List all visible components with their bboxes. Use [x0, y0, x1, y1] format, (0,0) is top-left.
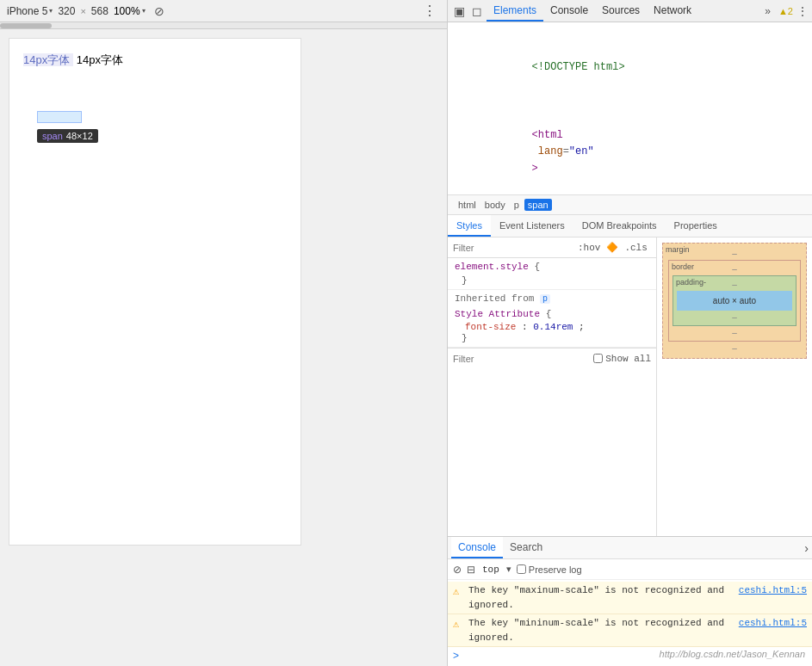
message-text-1: The key "maxinum-scale" is not recognize… — [468, 583, 732, 612]
hov-button[interactable]: :hov — [575, 243, 603, 253]
dimension-height: 568 — [91, 5, 108, 17]
scroll-top-bar — [0, 22, 447, 29]
top-dropdown-icon[interactable]: ▾ — [506, 564, 511, 575]
border-box: border – padding- – auto × auto – — [668, 260, 801, 342]
filter-actions: :hov 🔶 .cls + — [575, 241, 657, 255]
filter-bar: :hov 🔶 .cls + — [448, 237, 656, 258]
console-message-2: ⚠ The key "mininum-scale" is not recogni… — [448, 614, 812, 647]
inspect-icon[interactable]: ▣ — [451, 4, 468, 18]
preserve-log-checkbox[interactable] — [517, 564, 526, 574]
padding-box: padding- – auto × auto – — [673, 275, 797, 326]
preview-text-blue: 14px字体 — [23, 53, 73, 66]
tooltip-size: 48×12 — [66, 131, 93, 141]
breadcrumb-html[interactable]: html — [455, 199, 480, 211]
filter-bar-bottom: Show all — [448, 348, 656, 368]
palette-icon[interactable]: 🔶 — [606, 242, 618, 253]
zoom-selector[interactable]: 100% ▾ — [114, 5, 146, 17]
preview-area: 14px字体 14px字体 span 48×12 — [0, 29, 447, 666]
inherited-from-tag[interactable]: p — [540, 294, 550, 304]
content-size: auto × auto — [713, 296, 756, 305]
show-all-checkbox[interactable] — [593, 354, 603, 363]
tab-dom-breakpoints[interactable]: DOM Breakpoints — [573, 215, 666, 237]
dimension-x: × — [80, 6, 85, 16]
zoom-value: 100% — [114, 5, 140, 17]
breadcrumb-body[interactable]: body — [481, 199, 509, 211]
console-message-1: ⚠ The key "maxinum-scale" is not recogni… — [448, 582, 812, 614]
element-tooltip: span 48×12 — [37, 129, 98, 143]
style-attr-selector[interactable]: Style Attribute { — [455, 309, 649, 319]
message-link-2[interactable]: ceshi.html:5 — [739, 616, 807, 631]
device-toggle-icon[interactable]: ◻ — [469, 4, 485, 18]
cls-button[interactable]: .cls — [622, 243, 649, 253]
console-area: Console Search › ⊘ ⊟ top ▾ Preserve log … — [448, 536, 812, 666]
tab-search[interactable]: Search — [503, 537, 549, 558]
filter-input[interactable] — [453, 243, 572, 253]
top-toolbar: iPhone 5 ▾ 320 × 568 100% ▾ ⊘ ⋮ ▣ ◻ Elem… — [0, 0, 812, 22]
margin-bottom: – — [668, 343, 801, 353]
message-text-2: The key "mininum-scale" is not recognize… — [468, 616, 732, 644]
style-rule-font-size[interactable]: font-size : 0.14rem ; — [455, 321, 649, 333]
console-tab-bar: Console Search › — [448, 537, 812, 559]
top-label: top — [480, 564, 501, 575]
rotate-button[interactable]: ⊘ — [154, 4, 164, 18]
padding-bottom: – — [677, 312, 792, 322]
devtools-more-tabs[interactable]: » — [762, 5, 773, 17]
device-name: iPhone 5 — [7, 5, 47, 17]
tab-sources[interactable]: Sources — [595, 0, 647, 22]
stop-icon[interactable]: ⊘ — [453, 564, 462, 576]
element-style-selector[interactable]: element.style { — [455, 262, 649, 272]
triangle-icon — [532, 114, 541, 126]
tab-console[interactable]: Console — [543, 0, 595, 22]
border-bottom: – — [673, 328, 797, 337]
element-style-block: element.style { } — [448, 258, 656, 290]
html-line-html[interactable]: <html lang="en" > — [448, 94, 812, 194]
main-content: 14px字体 14px字体 span 48×12 — [0, 22, 812, 666]
console-messages: ⚠ The key "maxinum-scale" is not recogni… — [448, 580, 812, 666]
breadcrumb-p[interactable]: p — [511, 199, 523, 211]
padding-label: padding- — [676, 278, 706, 287]
tab-network[interactable]: Network — [647, 0, 698, 22]
devtools-options-icon[interactable]: ⋮ — [797, 4, 809, 18]
element-style-close: } — [455, 275, 649, 286]
content-box: auto × auto — [677, 291, 792, 311]
tab-properties[interactable]: Properties — [666, 215, 726, 237]
preview-text-normal: 14px字体 — [77, 53, 123, 66]
style-attr-close: } — [455, 333, 649, 343]
styles-content: :hov 🔶 .cls + element.style { } Inherite… — [448, 237, 812, 536]
element-highlight — [37, 111, 82, 123]
console-input[interactable] — [462, 651, 807, 661]
elements-panel: <!DOCTYPE html> <html lang="en" > <head>… — [448, 22, 812, 194]
warning-badge[interactable]: ▲2 — [778, 6, 793, 16]
dimension-width: 320 — [58, 5, 75, 17]
device-more-button[interactable]: ⋮ — [419, 3, 440, 19]
filter-bottom-input[interactable] — [453, 354, 590, 364]
filter-icon[interactable]: ⊟ — [467, 564, 475, 576]
console-toolbar: ⊘ ⊟ top ▾ Preserve log — [448, 559, 812, 580]
breadcrumb-span[interactable]: span — [524, 199, 552, 211]
devtools-panel: <!DOCTYPE html> <html lang="en" > <head>… — [448, 22, 812, 666]
console-more-button[interactable]: › — [804, 541, 809, 555]
warn-icon-1: ⚠ — [453, 584, 459, 600]
device-selector[interactable]: iPhone 5 ▾ — [7, 5, 53, 17]
tab-event-listeners[interactable]: Event Listeners — [491, 215, 573, 237]
phone-screen: 14px字体 14px字体 span 48×12 — [9, 38, 301, 546]
tab-console-bottom[interactable]: Console — [451, 537, 503, 558]
margin-box: margin – border – padding- – — [662, 243, 807, 359]
zoom-dropdown-icon: ▾ — [142, 7, 146, 15]
style-attribute-block: Style Attribute { font-size : 0.14rem ; … — [448, 305, 656, 348]
show-all-label: Show all — [593, 354, 651, 364]
console-prompt: > — [448, 647, 812, 664]
scroll-indicator — [0, 23, 52, 28]
message-link-1[interactable]: ceshi.html:5 — [739, 583, 807, 598]
margin-label: margin — [666, 245, 690, 254]
browser-preview: 14px字体 14px字体 span 48×12 — [0, 22, 448, 666]
prompt-arrow: > — [453, 650, 459, 662]
tab-elements[interactable]: Elements — [487, 0, 543, 22]
warn-icon-2: ⚠ — [453, 617, 459, 632]
devtools-header: ▣ ◻ Elements Console Sources Network » ▲… — [448, 0, 812, 22]
html-line-doctype[interactable]: <!DOCTYPE html> — [448, 26, 812, 94]
tooltip-tag: span — [42, 131, 63, 141]
styles-left-panel: :hov 🔶 .cls + element.style { } Inherite… — [448, 237, 657, 536]
tab-styles[interactable]: Styles — [448, 215, 491, 237]
device-toolbar: iPhone 5 ▾ 320 × 568 100% ▾ ⊘ ⋮ — [0, 0, 448, 22]
